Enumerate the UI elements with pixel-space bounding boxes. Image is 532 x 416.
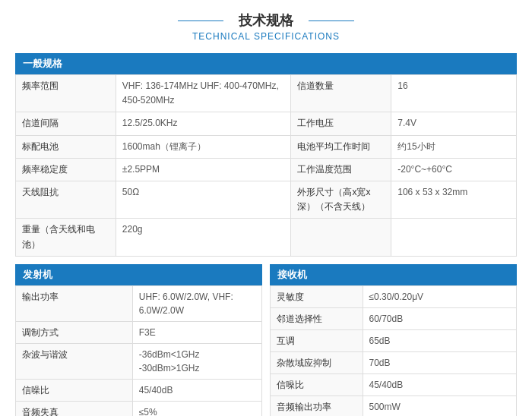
- general-label2: 信道数量: [291, 75, 391, 112]
- transmitter-table: 输出功率UHF: 6.0W/2.0W, VHF: 6.0W/2.0W调制方式F3…: [15, 285, 262, 416]
- tx-value: F3E: [132, 321, 261, 343]
- page-container: 技术规格 TECHNICAL SPECIFICATIONS 一般规格 频率范围V…: [0, 0, 532, 416]
- tx-label: 信噪比: [16, 379, 133, 401]
- general-label2: 工作温度范围: [291, 158, 391, 181]
- general-label2: 外形尺寸（高x宽x深）（不含天线）: [291, 181, 391, 218]
- tx-rx-section: 发射机 输出功率UHF: 6.0W/2.0W, VHF: 6.0W/2.0W调制…: [15, 264, 517, 416]
- tx-value: -36dBm<1GHz -30dBm>1GHz: [132, 343, 261, 379]
- general-value2: [391, 219, 517, 256]
- general-value: VHF: 136-174MHz UHF: 400-470MHz, 450-520…: [116, 75, 291, 112]
- rx-label: 音频输出功率: [271, 396, 363, 416]
- general-label: 重量（含天线和电池）: [16, 219, 116, 256]
- rx-value: 70dB: [363, 351, 517, 373]
- receiver-col: 接收机 灵敏度≤0.30/0.20μV邻道选择性60/70dB互调65dB杂散域…: [270, 264, 517, 416]
- general-label2: 工作电压: [291, 112, 391, 135]
- title-english: TECHNICAL SPECIFICATIONS: [15, 31, 517, 42]
- general-label: 天线阻抗: [16, 181, 116, 218]
- general-value2: 约15小时: [391, 135, 517, 158]
- receiver-table: 灵敏度≤0.30/0.20μV邻道选择性60/70dB互调65dB杂散域应抑制7…: [270, 285, 517, 416]
- rx-label: 灵敏度: [271, 285, 363, 307]
- title-section: 技术规格 TECHNICAL SPECIFICATIONS: [15, 11, 517, 42]
- receiver-header: 接收机: [270, 264, 517, 285]
- general-value2: 7.4V: [391, 112, 517, 135]
- general-value: 50Ω: [116, 181, 291, 218]
- rx-value: 65dB: [363, 329, 517, 351]
- general-label2: [291, 219, 391, 256]
- general-label: 频率稳定度: [16, 158, 116, 181]
- tx-value: UHF: 6.0W/2.0W, VHF: 6.0W/2.0W: [132, 285, 261, 321]
- general-section-header: 一般规格: [15, 53, 517, 74]
- general-value: 12.5/25.0KHz: [116, 112, 291, 135]
- rx-value: 500mW: [363, 396, 517, 416]
- rx-label: 杂散域应抑制: [271, 351, 363, 373]
- tx-value: ≤5%: [132, 401, 261, 416]
- rx-value: 45/40dB: [363, 373, 517, 396]
- transmitter-col: 发射机 输出功率UHF: 6.0W/2.0W, VHF: 6.0W/2.0W调制…: [15, 264, 262, 416]
- general-value2: 106 x 53 x 32mm: [391, 181, 517, 218]
- tx-label: 调制方式: [16, 321, 133, 343]
- tx-value: 45/40dB: [132, 379, 261, 401]
- general-value: 220g: [116, 219, 291, 256]
- tx-label: 音频失真: [16, 401, 133, 416]
- transmitter-header: 发射机: [15, 264, 262, 285]
- general-value2: 16: [391, 75, 517, 112]
- title-chinese: 技术规格: [223, 11, 309, 30]
- rx-label: 信噪比: [271, 373, 363, 396]
- tx-label: 输出功率: [16, 285, 133, 321]
- general-value2: -20°C~+60°C: [391, 158, 517, 181]
- rx-value: ≤0.30/0.20μV: [363, 285, 517, 307]
- general-value: ±2.5PPM: [116, 158, 291, 181]
- general-label: 信道间隔: [16, 112, 116, 135]
- general-label: 频率范围: [16, 75, 116, 112]
- tx-label: 杂波与谐波: [16, 343, 133, 379]
- general-label2: 电池平均工作时间: [291, 135, 391, 158]
- general-value: 1600mah（锂离子）: [116, 135, 291, 158]
- rx-label: 邻道选择性: [271, 307, 363, 329]
- rx-label: 互调: [271, 329, 363, 351]
- general-label: 标配电池: [16, 135, 116, 158]
- rx-value: 60/70dB: [363, 307, 517, 329]
- general-specs-table: 频率范围VHF: 136-174MHz UHF: 400-470MHz, 450…: [15, 74, 517, 257]
